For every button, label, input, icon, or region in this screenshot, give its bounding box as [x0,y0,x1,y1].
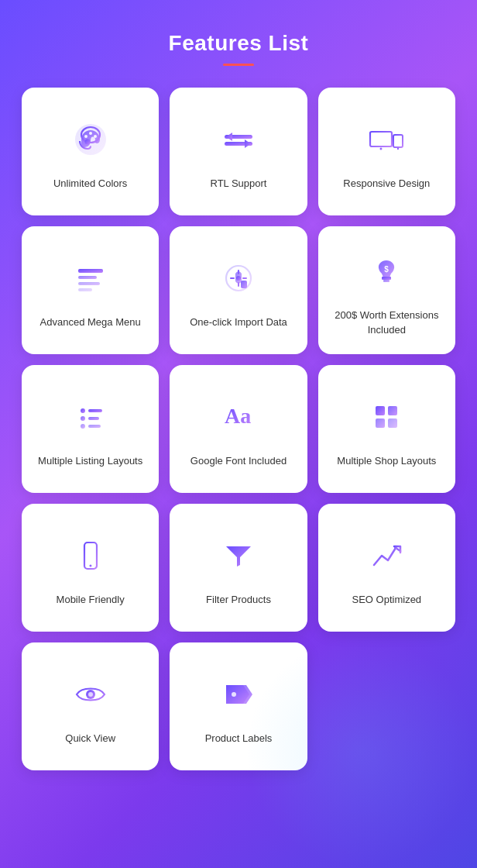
seo-optimized-label: SEO Optimized [352,593,422,607]
feature-card-200-worth: $ 200$ Worth Extensions Included [318,226,455,354]
svg-rect-18 [78,288,92,291]
multiple-shop-icon [363,394,410,440]
advanced-mega-menu-label: Advanced Mega Menu [40,315,141,329]
svg-point-20 [236,276,241,281]
svg-point-42 [232,692,236,697]
svg-rect-30 [88,425,101,428]
svg-rect-35 [388,418,397,428]
svg-point-39 [394,546,397,549]
multiple-shop-label: Multiple Shop Layouts [337,454,436,468]
feature-card-mobile-friendly: Mobile Friendly [22,504,159,632]
feature-card-seo-optimized: SEO Optimized [318,504,455,632]
google-font-icon: Aa [215,394,262,440]
feature-card-advanced-mega-menu: Advanced Mega Menu [22,226,159,354]
feature-card-one-click-import: One-click Import Data [170,226,307,354]
product-labels-icon [215,671,262,718]
filter-products-icon [215,532,262,579]
svg-point-13 [380,148,383,150]
multiple-listing-icon [67,394,114,440]
svg-point-41 [88,692,93,697]
svg-point-1 [84,135,88,138]
svg-rect-26 [88,409,102,412]
svg-marker-9 [245,140,251,148]
svg-point-29 [81,424,85,429]
feature-card-quick-view: Quick View [22,642,159,770]
feature-card-google-font: Aa Google Font Included [170,365,307,493]
svg-rect-34 [376,418,385,428]
svg-rect-33 [388,406,397,415]
mobile-friendly-icon [67,532,114,579]
seo-optimized-icon [363,532,410,579]
features-grid: Unlimited Colors RTL Support Responsive … [22,88,455,770]
feature-card-multiple-listing: Multiple Listing Layouts [22,365,159,493]
mobile-friendly-label: Mobile Friendly [57,593,125,607]
page-title: Features List [22,31,455,56]
google-font-label: Google Font Included [190,454,287,468]
svg-point-14 [397,148,399,150]
svg-rect-11 [393,135,403,147]
svg-marker-7 [226,133,232,141]
advanced-mega-menu-icon [67,255,114,301]
svg-rect-32 [376,406,385,415]
svg-point-2 [89,132,92,135]
feature-card-unlimited-colors: Unlimited Colors [22,88,159,215]
svg-point-27 [81,416,85,421]
rtl-support-label: RTL Support [210,177,266,191]
feature-card-rtl-support: RTL Support [170,88,307,215]
rtl-support-icon [215,116,262,163]
unlimited-colors-label: Unlimited Colors [53,177,127,191]
svg-point-5 [84,140,90,145]
svg-point-37 [89,565,91,567]
svg-text:$: $ [385,265,389,274]
svg-rect-21 [241,281,247,288]
200-worth-icon: $ [363,248,410,294]
unlimited-colors-icon [67,116,114,163]
product-labels-label: Product Labels [205,732,273,746]
feature-card-product-labels: Product Labels [170,642,307,770]
page-wrapper: Features List Unlimited Colors RTL Suppo… [0,0,477,801]
quick-view-icon [67,671,114,718]
header: Features List [22,31,455,66]
svg-rect-16 [78,276,97,279]
svg-rect-22 [382,277,391,280]
svg-rect-23 [383,280,389,282]
svg-point-3 [94,135,97,138]
responsive-design-label: Responsive Design [343,177,430,191]
svg-point-25 [81,408,85,413]
header-underline [223,64,254,66]
200-worth-label: 200$ Worth Extensions Included [328,308,446,336]
svg-rect-28 [88,417,99,420]
one-click-import-label: One-click Import Data [190,315,287,329]
svg-rect-15 [78,269,103,273]
feature-card-multiple-shop: Multiple Shop Layouts [318,365,455,493]
responsive-design-icon [363,116,410,163]
quick-view-label: Quick View [65,732,115,746]
svg-rect-17 [78,282,100,285]
filter-products-label: Filter Products [206,593,271,607]
svg-text:Aa: Aa [225,404,251,428]
feature-card-responsive-design: Responsive Design [318,88,455,215]
one-click-import-icon [215,255,262,301]
feature-card-filter-products: Filter Products [170,504,307,632]
multiple-listing-label: Multiple Listing Layouts [38,454,142,468]
